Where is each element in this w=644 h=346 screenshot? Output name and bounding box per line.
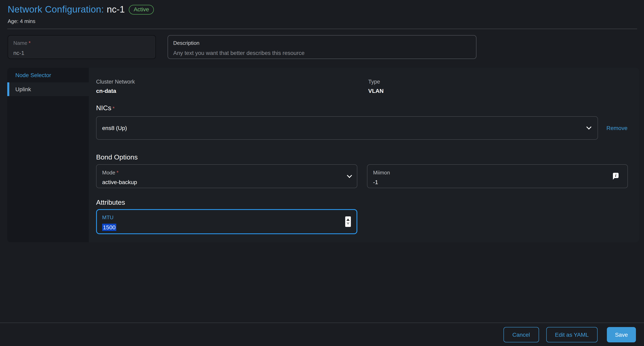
- footer-actions: Cancel Edit as YAML Save: [504, 327, 636, 342]
- network-configuration-page: Network Configuration: nc-1 Active Age: …: [0, 0, 644, 346]
- tab-uplink[interactable]: Uplink: [7, 82, 89, 96]
- type-label: Type: [368, 78, 631, 85]
- mtu-field[interactable]: MTU 1500: [96, 209, 357, 234]
- attributes-heading: Attributes: [96, 198, 631, 207]
- detail-row: Cluster Network cn-data Type VLAN: [96, 78, 631, 94]
- age-label: Age: 4 mins: [8, 18, 35, 24]
- remove-nic-link[interactable]: Remove: [606, 125, 628, 131]
- mtu-label: MTU: [102, 214, 351, 221]
- uplink-panel: Cluster Network cn-data Type VLAN NICs* …: [89, 68, 639, 242]
- description-input[interactable]: Any text you want that better describes …: [173, 50, 471, 56]
- footer-divider: [0, 322, 644, 323]
- bond-options-row: Mode* active-backup Miimon -1 i: [96, 164, 631, 188]
- spinner-down-icon[interactable]: [346, 223, 350, 225]
- description-label: Description: [173, 40, 471, 46]
- header-divider: [7, 29, 637, 29]
- info-tooltip-icon[interactable]: i: [613, 172, 618, 178]
- bond-options-heading: Bond Options: [96, 152, 631, 162]
- name-input[interactable]: nc-1: [13, 50, 150, 56]
- section-tabs: Node Selector Uplink: [7, 68, 89, 242]
- mtu-selected-text: 1500: [102, 224, 116, 231]
- nics-selected-option: ens8 (Up): [102, 125, 127, 131]
- type-value: VLAN: [368, 87, 631, 94]
- miimon-field[interactable]: Miimon -1 i: [367, 164, 628, 188]
- nics-row: ens8 (Up) Remove: [96, 116, 631, 140]
- cluster-network-label: Cluster Network: [96, 78, 368, 85]
- miimon-input[interactable]: -1: [373, 179, 622, 186]
- required-asterisk: *: [113, 105, 115, 112]
- name-label: Name*: [13, 40, 150, 46]
- mtu-input[interactable]: 1500: [102, 224, 351, 231]
- bond-mode-select[interactable]: Mode* active-backup: [96, 164, 357, 188]
- page-title: Network Configuration:: [8, 4, 104, 15]
- spinner-up-icon[interactable]: [346, 218, 350, 221]
- miimon-label: Miimon: [373, 170, 622, 176]
- name-field[interactable]: Name* nc-1: [8, 35, 156, 59]
- nics-select[interactable]: ens8 (Up): [96, 116, 598, 140]
- nics-heading: NICs*: [96, 103, 631, 113]
- type-group: Type VLAN: [368, 78, 631, 94]
- cancel-button[interactable]: Cancel: [504, 327, 539, 342]
- required-asterisk: *: [116, 170, 118, 176]
- save-button[interactable]: Save: [607, 327, 636, 342]
- resource-name: nc-1: [107, 4, 125, 15]
- cluster-network-group: Cluster Network cn-data: [96, 78, 368, 94]
- number-spinner[interactable]: [345, 216, 351, 227]
- chevron-down-icon: [586, 124, 591, 130]
- bond-mode-label: Mode*: [102, 170, 351, 176]
- cluster-network-value: cn-data: [96, 87, 368, 94]
- required-asterisk: *: [28, 40, 30, 46]
- description-field[interactable]: Description Any text you want that bette…: [168, 35, 476, 59]
- tab-node-selector[interactable]: Node Selector: [7, 68, 89, 82]
- edit-as-yaml-button[interactable]: Edit as YAML: [546, 327, 598, 342]
- page-header: Network Configuration: nc-1 Active: [8, 2, 154, 16]
- status-badge: Active: [129, 5, 154, 14]
- bond-mode-value: active-backup: [102, 179, 351, 186]
- uplink-card: Node Selector Uplink Cluster Network cn-…: [7, 68, 639, 242]
